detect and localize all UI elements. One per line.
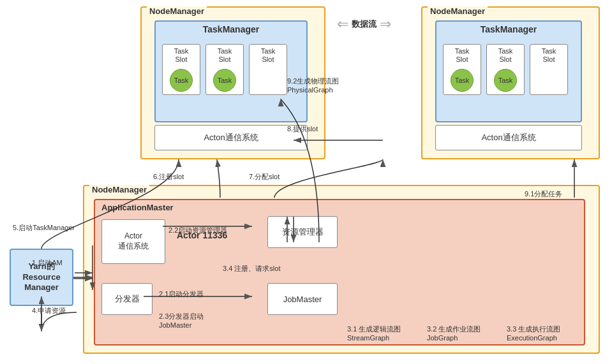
task-circle-1: Task [170,69,193,92]
step8-label: 8.提供slot [287,124,318,134]
am-label: ApplicationMaster [101,203,174,212]
step34-label: 3.4 注册、请求slot [223,264,280,273]
step32-label: 3.2 生成作业流图JobGraph [427,324,481,342]
step7-label: 7.分配slot [249,172,280,182]
actor-id-label: Actor 11336 [177,230,227,240]
task-slot-1: TaskSlot Task [162,44,200,95]
task-slots-row-right: TaskSlot Task TaskSlot Task TaskSlot [443,44,568,95]
acton-box-left: Acton通信系统 [154,125,308,150]
step92-label: 9.2生成物理流图PhysicalGraph [287,76,339,94]
step4-label: 4.申请资源 [32,306,66,316]
task-slot-5: TaskSlot Task [486,44,525,95]
step6-label: 6.注册slot [153,172,184,182]
node-manager-top-right: NodeManager TaskManager TaskSlot Task Ta… [421,6,600,159]
task-manager-top-left: TaskManager TaskSlot Task TaskSlot Task … [154,20,308,122]
acton-box-right: Acton通信系统 [435,125,582,150]
task-circle-5: Task [494,69,517,92]
nm-top-left-label: NodeManager [147,6,207,16]
step31-label: 3.1 生成逻辑流图StreamGraph [347,324,401,342]
step5-label: 5.启动TaskManager [13,223,75,233]
step23-label: 2.3分发器启动JobMaster [159,312,204,329]
task-slot-2: TaskSlot Task [205,44,244,95]
data-flow-left-arrow: ⇐ [337,16,348,33]
node-manager-bottom: NodeManager ApplicationMaster Actor通信系统 … [83,185,600,354]
step91-label: 9.1分配任务 [525,189,562,199]
task-circle-2: Task [213,69,236,92]
app-master-box: ApplicationMaster Actor通信系统 资源管理器 分发器 Jo… [94,199,585,346]
tm-top-right-label: TaskManager [481,24,537,34]
task-manager-top-right: TaskManager TaskSlot Task TaskSlot Task … [435,20,582,122]
data-flow-right-arrow: ⇒ [380,16,391,33]
task-slot-6: TaskSlot [530,44,568,95]
nm-top-right-label: NodeManager [428,6,488,16]
task-slot-3: TaskSlot [249,44,287,95]
dispatcher-box: 分发器 [101,283,153,315]
architecture-diagram: NodeManager TaskManager TaskSlot Task Ta… [0,0,612,364]
jobmaster-box: JobMaster [267,283,338,315]
tm-top-left-label: TaskManager [203,24,259,34]
task-slots-row-left: TaskSlot Task TaskSlot Task TaskSlot [162,44,287,95]
actor-comm-box: Actor通信系统 [101,219,165,264]
data-flow-area: ⇐ 数据流 ⇒ [325,11,402,37]
data-flow-label: 数据流 [352,18,377,30]
resource-mgr-box: 资源管理器 [267,216,338,248]
task-circle-4: Task [451,69,474,92]
task-slot-4: TaskSlot Task [443,44,481,95]
step33-label: 3.3 生成执行流图ExecutionGraph [507,324,560,342]
step21-label: 2.1启动分发器 [159,289,204,299]
step1-label: 1.启动AM [32,258,63,268]
nm-bottom-label: NodeManager [89,185,149,194]
yarn-rm-box: Yarn的ResourceManager [10,249,73,306]
